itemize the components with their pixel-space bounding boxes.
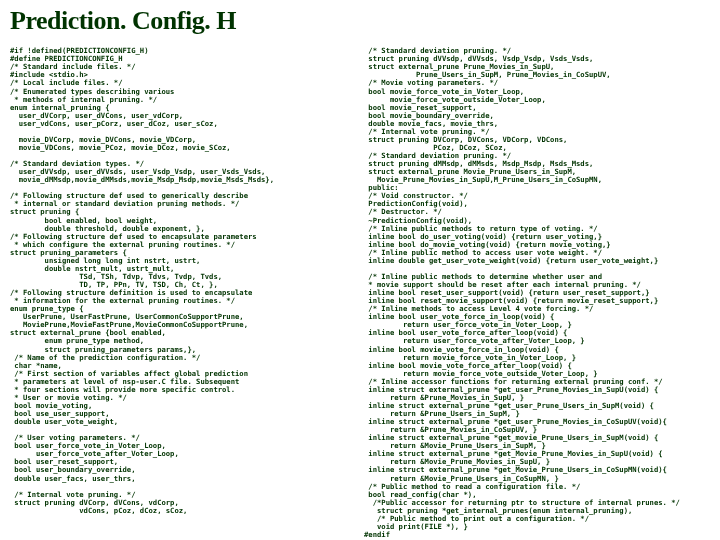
right-code-column: /* Standard deviation pruning. */ struct… xyxy=(364,47,710,539)
slide-content: Prediction. Config. H #if !defined(PREDI… xyxy=(0,0,720,540)
left-code-column: #if !defined(PREDICTIONCONFIG_H) #define… xyxy=(10,47,356,539)
page-title: Prediction. Config. H xyxy=(10,6,710,36)
code-columns: #if !defined(PREDICTIONCONFIG_H) #define… xyxy=(10,40,710,540)
